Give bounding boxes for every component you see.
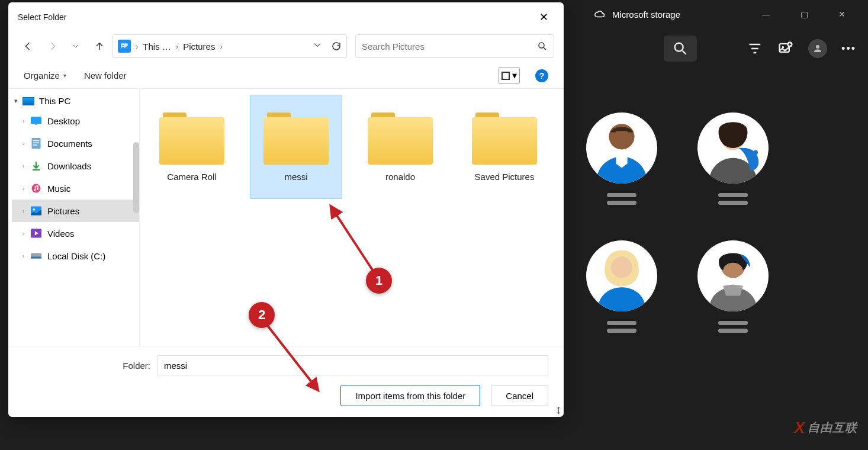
folder-content-area[interactable]: Camera Roll messi ronaldo Saved Pictures xyxy=(140,89,564,346)
chevron-down-icon: ▾ xyxy=(14,97,18,105)
folder-name-row: Folder: xyxy=(20,355,552,375)
chevron-right-icon: › xyxy=(22,253,24,259)
svg-point-2 xyxy=(750,44,751,45)
folder-camera-roll[interactable]: Camera Roll xyxy=(146,95,238,199)
svg-rect-19 xyxy=(31,117,41,124)
sidebar-item-videos[interactable]: ›Videos xyxy=(12,222,139,245)
placeholder-lines xyxy=(718,193,748,205)
people-item[interactable] xyxy=(686,112,780,205)
chevron-down-icon[interactable] xyxy=(313,41,322,49)
svg-point-25 xyxy=(32,184,41,193)
person-icon xyxy=(812,43,823,54)
svg-rect-23 xyxy=(33,143,40,144)
placeholder-lines xyxy=(607,193,636,205)
more-button[interactable]: ••• xyxy=(841,43,856,55)
persona-icon xyxy=(697,112,769,184)
svg-point-4 xyxy=(754,52,755,53)
search-box[interactable] xyxy=(355,34,554,58)
downloads-icon xyxy=(31,160,41,171)
forward-button[interactable] xyxy=(41,36,63,57)
import-icon[interactable] xyxy=(777,40,794,57)
persona-icon xyxy=(586,240,657,311)
chevron-down-icon xyxy=(72,43,79,50)
photos-title-text: Microsoft storage xyxy=(612,9,680,20)
desktop-icon xyxy=(31,115,41,126)
cloud-icon xyxy=(594,9,605,20)
svg-point-26 xyxy=(34,189,36,191)
back-button[interactable] xyxy=(18,36,39,57)
sidebar-item-pictures[interactable]: ›Pictures xyxy=(12,200,139,222)
maximize-button[interactable]: ▢ xyxy=(792,9,816,19)
svg-rect-32 xyxy=(31,257,41,259)
breadcrumb-separator: › xyxy=(220,42,222,51)
square-icon xyxy=(501,72,510,80)
sidebar-item-documents[interactable]: ›Documents xyxy=(12,132,139,155)
navigation-sidebar: ▾ This PC ›Desktop ›Documents ›Downloads… xyxy=(8,89,140,346)
svg-line-1 xyxy=(683,51,686,54)
filter-list-icon[interactable] xyxy=(747,40,763,57)
dialog-toolbar: Organize▾ New folder ▾ ? xyxy=(8,63,564,89)
sidebar-item-desktop[interactable]: ›Desktop xyxy=(12,110,139,132)
search-input[interactable] xyxy=(362,41,537,52)
dialog-button-row: Import items from this folder Cancel xyxy=(20,385,552,406)
select-folder-dialog: Select Folder ✕ › This … › Pictures › Or… xyxy=(8,2,564,417)
sidebar-scrollbar[interactable] xyxy=(133,142,139,213)
svg-point-17 xyxy=(539,43,544,48)
close-button[interactable]: ✕ xyxy=(830,9,854,19)
tree-children: ›Desktop ›Documents ›Downloads ›Music ›P… xyxy=(12,110,139,267)
videos-icon xyxy=(31,228,41,239)
folder-saved-pictures[interactable]: Saved Pictures xyxy=(458,95,551,199)
chevron-right-icon: › xyxy=(22,185,24,192)
sidebar-item-music[interactable]: ›Music xyxy=(12,177,139,200)
svg-point-16 xyxy=(123,45,124,46)
account-avatar[interactable] xyxy=(808,39,827,58)
tree-root-label: This PC xyxy=(39,96,70,106)
dialog-title: Select Folder xyxy=(18,12,66,22)
breadcrumb-leaf[interactable]: Pictures xyxy=(183,41,215,52)
folder-icon xyxy=(159,112,224,166)
search-icon xyxy=(537,41,548,52)
svg-point-8 xyxy=(816,45,819,49)
svg-line-18 xyxy=(544,47,546,50)
tree-this-pc[interactable]: ▾ This PC xyxy=(8,92,139,110)
people-item[interactable] xyxy=(574,240,669,333)
folder-ronaldo[interactable]: ronaldo xyxy=(354,95,446,199)
dialog-close-button[interactable]: ✕ xyxy=(533,8,554,26)
svg-rect-24 xyxy=(33,144,38,146)
caret-down-icon: ▾ xyxy=(63,72,66,79)
dialog-body: ▾ This PC ›Desktop ›Documents ›Downloads… xyxy=(8,89,564,346)
music-icon xyxy=(31,183,41,194)
up-button[interactable] xyxy=(89,36,110,57)
svg-rect-22 xyxy=(33,140,40,142)
help-button[interactable]: ? xyxy=(535,69,548,82)
persona-icon xyxy=(586,112,657,184)
folder-name-label: Folder: xyxy=(20,361,150,371)
breadcrumb-root[interactable]: This … xyxy=(143,41,171,52)
folder-messi[interactable]: messi xyxy=(250,95,342,199)
address-bar[interactable]: › This … › Pictures › xyxy=(112,34,347,58)
placeholder-lines xyxy=(607,321,636,333)
photos-title: Microsoft storage xyxy=(594,9,680,20)
pictures-icon xyxy=(31,205,41,216)
new-folder-button[interactable]: New folder xyxy=(84,70,127,81)
cancel-button[interactable]: Cancel xyxy=(491,385,548,406)
this-pc-icon xyxy=(22,97,34,105)
sidebar-item-local-disk[interactable]: ›Local Disk (C:) xyxy=(12,245,139,267)
svg-point-12 xyxy=(754,150,758,155)
minimize-button[interactable]: — xyxy=(754,9,778,19)
import-button[interactable]: Import items from this folder xyxy=(340,385,480,406)
sidebar-item-downloads[interactable]: ›Downloads xyxy=(12,155,139,177)
recent-locations-button[interactable] xyxy=(65,36,86,57)
svg-point-29 xyxy=(33,208,35,211)
arrow-up-icon xyxy=(94,41,105,52)
photos-search-button[interactable] xyxy=(664,36,697,62)
folder-name-input[interactable] xyxy=(157,355,548,375)
breadcrumb-separator: › xyxy=(176,42,178,51)
svg-point-3 xyxy=(751,48,753,49)
svg-point-27 xyxy=(37,188,38,190)
view-options-button[interactable]: ▾ xyxy=(499,68,520,83)
people-item[interactable] xyxy=(686,240,780,333)
people-item[interactable] xyxy=(574,112,669,205)
organize-menu[interactable]: Organize▾ xyxy=(24,70,66,81)
refresh-icon[interactable] xyxy=(331,41,342,52)
